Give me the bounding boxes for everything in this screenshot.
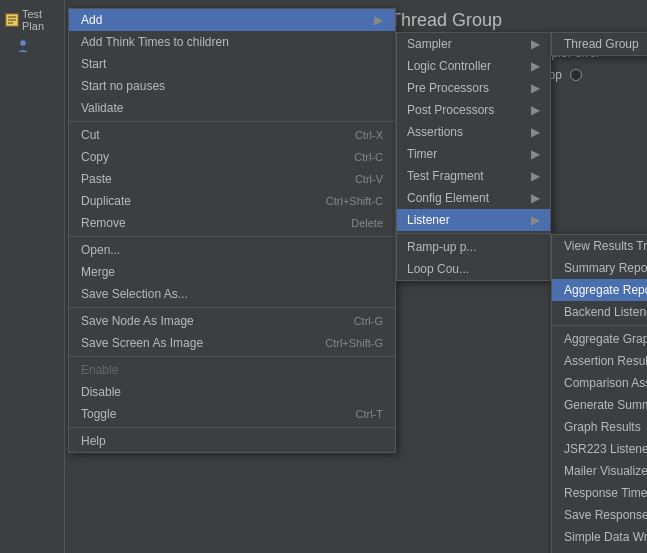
assertions-arrow: ▶	[531, 125, 540, 139]
listener-aggregate-graph[interactable]: Aggregate Graph	[552, 328, 647, 350]
sub1-separator	[397, 233, 550, 234]
listener-summary-report[interactable]: Summary Report	[552, 257, 647, 279]
menu-item-help[interactable]: Help	[69, 430, 395, 452]
config-arrow: ▶	[531, 191, 540, 205]
toggle-shortcut: Ctrl-T	[356, 408, 384, 420]
threadgroup-icon	[15, 38, 31, 54]
listener-graph-results[interactable]: Graph Results	[552, 416, 647, 438]
submenu1-test-fragment[interactable]: Test Fragment ▶	[397, 165, 550, 187]
submenu1-sampler[interactable]: Sampler ▶	[397, 33, 550, 55]
testplan-label: Test Plan	[22, 8, 59, 32]
post-label: Post Processors	[407, 103, 494, 117]
menu-item-think-times[interactable]: Add Think Times to children	[69, 31, 395, 53]
save-selection-label: Save Selection As...	[81, 287, 188, 301]
listener-aggregate-report[interactable]: Aggregate Report	[552, 279, 647, 301]
submenu1-ramp-up[interactable]: Ramp-up p...	[397, 236, 550, 258]
listener-backend-listener[interactable]: Backend Listener	[552, 301, 647, 323]
save-responses-label: Save Responses to a file	[564, 508, 647, 522]
merge-label: Merge	[81, 265, 115, 279]
duplicate-shortcut: Ctrl+Shift-C	[326, 195, 383, 207]
listener-jsr223[interactable]: JSR223 Listener	[552, 438, 647, 460]
menu-item-enable: Enable	[69, 359, 395, 381]
radio-stop[interactable]	[570, 69, 582, 81]
timer-label: Timer	[407, 147, 437, 161]
listener-sep	[552, 325, 647, 326]
submenu1-timer[interactable]: Timer ▶	[397, 143, 550, 165]
menu-item-merge[interactable]: Merge	[69, 261, 395, 283]
listener-comparison-assertion[interactable]: Comparison Assertion Visualizer	[552, 372, 647, 394]
pre-arrow: ▶	[531, 81, 540, 95]
submenu1-assertions[interactable]: Assertions ▶	[397, 121, 550, 143]
menu-item-cut[interactable]: Cut Ctrl-X	[69, 124, 395, 146]
menu-item-paste[interactable]: Paste Ctrl-V	[69, 168, 395, 190]
panel-title: Thread Group	[390, 10, 627, 31]
submenu-thread-group[interactable]: Thread Group	[552, 33, 647, 55]
logic-arrow: ▶	[531, 59, 540, 73]
sampler-label: Sampler	[407, 37, 452, 51]
submenu1-config-element[interactable]: Config Element ▶	[397, 187, 550, 209]
menu-item-validate[interactable]: Validate	[69, 97, 395, 119]
menu-item-duplicate[interactable]: Duplicate Ctrl+Shift-C	[69, 190, 395, 212]
save-node-label: Save Node As Image	[81, 314, 194, 328]
menu-item-save-selection[interactable]: Save Selection As...	[69, 283, 395, 305]
tree-item-testplan[interactable]: Test Plan	[0, 5, 64, 35]
listener-view-results-table[interactable]: View Results in Table	[552, 548, 647, 553]
listener-assertion-results[interactable]: Assertion Results	[552, 350, 647, 372]
listener-save-responses[interactable]: Save Responses to a file	[552, 504, 647, 526]
listener-mailer[interactable]: Mailer Visualizer	[552, 460, 647, 482]
menu-item-copy[interactable]: Copy Ctrl-C	[69, 146, 395, 168]
assertions-label: Assertions	[407, 125, 463, 139]
copy-shortcut: Ctrl-C	[354, 151, 383, 163]
submenu1-logic-controller[interactable]: Logic Controller ▶	[397, 55, 550, 77]
aggregate-report-label: Aggregate Report	[564, 283, 647, 297]
tree-item-threadgroup[interactable]	[0, 35, 64, 57]
listener-response-time[interactable]: Response Time Graph	[552, 482, 647, 504]
submenu1-listener[interactable]: Listener ▶	[397, 209, 550, 231]
menu-item-start[interactable]: Start	[69, 53, 395, 75]
backend-listener-label: Backend Listener	[564, 305, 647, 319]
logic-label: Logic Controller	[407, 59, 491, 73]
listener-view-results-tree[interactable]: View Results Tree	[552, 235, 647, 257]
menu-item-disable[interactable]: Disable	[69, 381, 395, 403]
submenu1-pre-processors[interactable]: Pre Processors ▶	[397, 77, 550, 99]
pre-label: Pre Processors	[407, 81, 489, 95]
think-times-label: Add Think Times to children	[81, 35, 229, 49]
menu-item-open[interactable]: Open...	[69, 239, 395, 261]
add-submenu: Sampler ▶ Logic Controller ▶ Pre Process…	[396, 32, 551, 281]
separator-4	[69, 356, 395, 357]
loop-count-label: Loop Cou...	[407, 262, 469, 276]
graph-results-label: Graph Results	[564, 420, 641, 434]
assertion-results-label: Assertion Results	[564, 354, 647, 368]
remove-label: Remove	[81, 216, 126, 230]
menu-item-start-no-pauses[interactable]: Start no pauses	[69, 75, 395, 97]
config-label: Config Element	[407, 191, 489, 205]
submenu1-loop-count[interactable]: Loop Cou...	[397, 258, 550, 280]
menu-item-add[interactable]: Add ▶	[69, 9, 395, 31]
testplan-icon	[5, 12, 19, 28]
menu-item-save-node-image[interactable]: Save Node As Image Ctrl-G	[69, 310, 395, 332]
paste-label: Paste	[81, 172, 112, 186]
add-label: Add	[81, 13, 102, 27]
separator-1	[69, 121, 395, 122]
cut-shortcut: Ctrl-X	[355, 129, 383, 141]
mailer-label: Mailer Visualizer	[564, 464, 647, 478]
submenu1-post-processors[interactable]: Post Processors ▶	[397, 99, 550, 121]
menu-item-remove[interactable]: Remove Delete	[69, 212, 395, 234]
listener-generate-summary[interactable]: Generate Summary Results	[552, 394, 647, 416]
simple-data-label: Simple Data Writer	[564, 530, 647, 544]
open-label: Open...	[81, 243, 120, 257]
jsr223-label: JSR223 Listener	[564, 442, 647, 456]
separator-3	[69, 307, 395, 308]
fragment-label: Test Fragment	[407, 169, 484, 183]
menu-item-toggle[interactable]: Toggle Ctrl-T	[69, 403, 395, 425]
cut-label: Cut	[81, 128, 100, 142]
separator-5	[69, 427, 395, 428]
sampler-submenu: Thread Group	[551, 32, 647, 56]
listener-simple-data[interactable]: Simple Data Writer	[552, 526, 647, 548]
enable-label: Enable	[81, 363, 118, 377]
response-time-label: Response Time Graph	[564, 486, 647, 500]
save-screen-shortcut: Ctrl+Shift-G	[325, 337, 383, 349]
menu-item-save-screen-image[interactable]: Save Screen As Image Ctrl+Shift-G	[69, 332, 395, 354]
remove-shortcut: Delete	[351, 217, 383, 229]
ramp-up-label: Ramp-up p...	[407, 240, 476, 254]
